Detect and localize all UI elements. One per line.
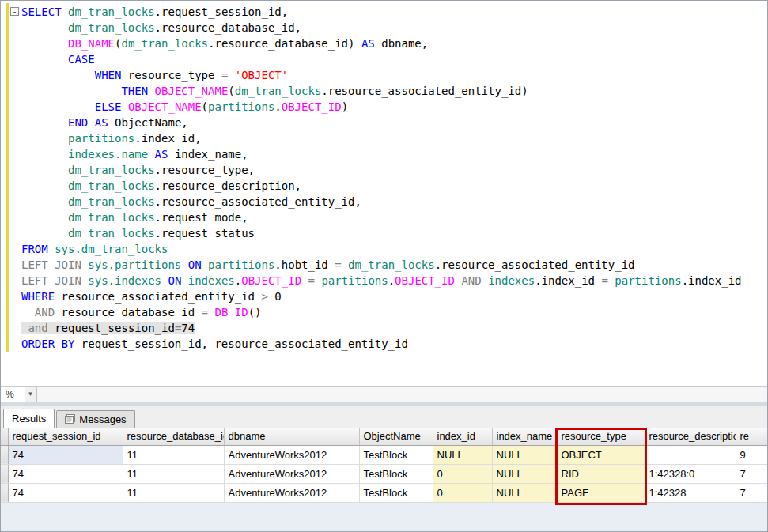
- grid-cell[interactable]: 11: [123, 445, 224, 464]
- code-area[interactable]: SELECT dm_tran_locks.request_session_id,…: [21, 4, 767, 352]
- ssms-query-window: - SELECT dm_tran_locks.request_session_i…: [0, 0, 768, 532]
- row-selector[interactable]: [1, 483, 8, 502]
- horizontal-scrollbar[interactable]: [37, 387, 767, 402]
- zoom-level-dropdown[interactable]: % ▼: [1, 387, 37, 402]
- results-pane: request_session_idresource_database_iddb…: [1, 428, 767, 531]
- row-selector[interactable]: [1, 464, 8, 483]
- column-header-dbname[interactable]: dbname: [224, 428, 359, 445]
- column-header-re[interactable]: re: [736, 428, 767, 445]
- grid-cell[interactable]: 11: [123, 464, 224, 483]
- column-header-resource_type[interactable]: resource_type: [557, 428, 645, 445]
- grid-cell[interactable]: AdventureWorks2012: [224, 464, 359, 483]
- code-line[interactable]: LEFT JOIN sys.indexes ON indexes.OBJECT_…: [21, 273, 767, 289]
- grid-cell[interactable]: 0: [433, 464, 492, 483]
- code-line[interactable]: indexes.name AS index_name,: [21, 146, 767, 162]
- grid-cell[interactable]: [645, 445, 736, 464]
- code-line[interactable]: and request_session_id=74: [21, 320, 767, 336]
- column-header-index_id[interactable]: index_id: [433, 428, 492, 445]
- select-all-corner[interactable]: [1, 428, 8, 445]
- editor-bottom-bar: % ▼: [1, 386, 767, 402]
- code-line[interactable]: partitions.index_id,: [21, 130, 767, 146]
- grid-cell[interactable]: PAGE: [557, 483, 645, 502]
- tab-results-label: Results: [12, 413, 46, 424]
- code-line[interactable]: dm_tran_locks.request_mode,: [21, 209, 767, 225]
- grid-cell[interactable]: NULL: [433, 445, 492, 464]
- code-line[interactable]: DB_NAME(dm_tran_locks.resource_database_…: [21, 36, 767, 51]
- grid-cell[interactable]: TestBlock: [359, 483, 433, 502]
- chevron-down-icon[interactable]: ▼: [25, 387, 36, 402]
- tab-results[interactable]: Results: [3, 409, 55, 428]
- code-line[interactable]: dm_tran_locks.resource_description,: [21, 178, 767, 194]
- code-line[interactable]: WHERE resource_associated_entity_id > 0: [21, 289, 767, 304]
- grid-cell[interactable]: NULL: [492, 464, 557, 483]
- sql-editor[interactable]: - SELECT dm_tran_locks.request_session_i…: [1, 1, 767, 386]
- grid-cell[interactable]: 1:42328:0: [645, 464, 736, 483]
- grid-cell[interactable]: 7: [736, 483, 767, 502]
- table-row: 7411AdventureWorks2012TestBlock0NULLPAGE…: [1, 483, 767, 502]
- code-line[interactable]: dm_tran_locks.resource_type,: [21, 162, 767, 178]
- grid-cell[interactable]: 11: [123, 483, 224, 502]
- grid-cell[interactable]: AdventureWorks2012: [224, 483, 359, 502]
- code-line[interactable]: THEN OBJECT_NAME(dm_tran_locks.resource_…: [21, 83, 767, 99]
- grid-cell[interactable]: 0: [433, 483, 492, 502]
- column-header-index_name[interactable]: index_name: [492, 428, 557, 445]
- code-line[interactable]: dm_tran_locks.request_status: [21, 225, 767, 241]
- table-row: 7411AdventureWorks2012TestBlock0NULLRID1…: [1, 464, 767, 483]
- code-line[interactable]: SELECT dm_tran_locks.request_session_id,: [21, 4, 767, 20]
- grid-cell[interactable]: 9: [736, 445, 767, 464]
- code-line[interactable]: AND resource_database_id = DB_ID(): [21, 304, 767, 320]
- column-header-resource_description[interactable]: resource_description: [645, 428, 736, 445]
- grid-cell[interactable]: AdventureWorks2012: [224, 445, 359, 464]
- row-selector[interactable]: [1, 445, 8, 464]
- tab-messages-label: Messages: [79, 413, 126, 425]
- grid-cell[interactable]: 74: [8, 445, 123, 464]
- code-line[interactable]: END AS ObjectName,: [21, 115, 767, 130]
- code-line[interactable]: ELSE OBJECT_NAME(partitions.OBJECT_ID): [21, 99, 767, 115]
- tab-messages[interactable]: Messages: [56, 410, 134, 428]
- table-row: 7411AdventureWorks2012TestBlockNULLNULLO…: [1, 445, 767, 464]
- code-line[interactable]: LEFT JOIN sys.partitions ON partitions.h…: [21, 257, 767, 273]
- messages-icon: [65, 414, 75, 424]
- zoom-level-label: %: [1, 389, 14, 400]
- grid-cell[interactable]: RID: [557, 464, 645, 483]
- code-line[interactable]: dm_tran_locks.resource_database_id,: [21, 20, 767, 36]
- column-header-request_session_id[interactable]: request_session_id: [8, 428, 123, 445]
- grid-cell[interactable]: TestBlock: [359, 445, 433, 464]
- code-line[interactable]: dm_tran_locks.resource_associated_entity…: [21, 194, 767, 209]
- grid-cell[interactable]: NULL: [492, 483, 557, 502]
- text-cursor: [195, 322, 195, 334]
- code-fold-toggle[interactable]: -: [10, 7, 19, 16]
- grid-cell[interactable]: 1:42328: [645, 483, 736, 502]
- results-tabstrip: Results Messages: [1, 406, 767, 428]
- code-line[interactable]: CASE: [21, 51, 767, 67]
- change-tracking-bar: [6, 3, 9, 352]
- grid-cell[interactable]: OBJECT: [557, 445, 645, 464]
- grid-cell[interactable]: 7: [736, 464, 767, 483]
- code-line[interactable]: WHEN resource_type = 'OBJECT': [21, 67, 767, 83]
- code-line[interactable]: ORDER BY request_session_id, resource_as…: [21, 336, 767, 352]
- grid-cell[interactable]: 74: [8, 483, 123, 502]
- column-header-resource_database_id[interactable]: resource_database_id: [123, 428, 224, 445]
- grid-cell[interactable]: TestBlock: [359, 464, 433, 483]
- grid-cell[interactable]: 74: [8, 464, 123, 483]
- results-table: request_session_idresource_database_iddb…: [1, 428, 767, 503]
- grid-cell[interactable]: NULL: [492, 445, 557, 464]
- code-line[interactable]: FROM sys.dm_tran_locks: [21, 241, 767, 257]
- column-header-ObjectName[interactable]: ObjectName: [359, 428, 433, 445]
